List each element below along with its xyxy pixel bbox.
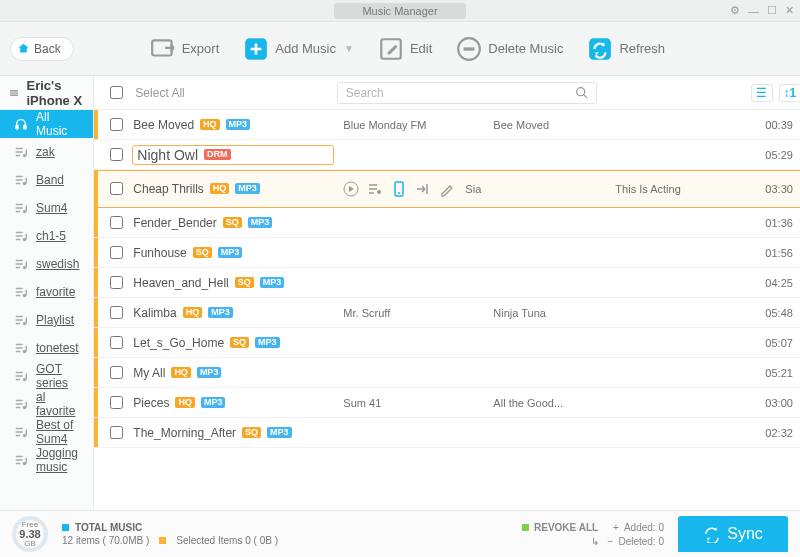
track-row[interactable]: Bee Moved HQ MP3Blue Monday FMBee Moved0… xyxy=(94,110,800,140)
settings-icon[interactable]: ⚙ xyxy=(730,4,740,17)
track-artist: Sum 41 xyxy=(343,397,483,409)
row-checkbox[interactable] xyxy=(110,118,123,131)
sidebar-item-label: All Music xyxy=(36,110,79,138)
maximize-icon[interactable]: ☐ xyxy=(767,4,777,17)
search-icon xyxy=(575,86,588,99)
sync-button[interactable]: Sync xyxy=(678,516,788,552)
sort-button[interactable]: ↕1 xyxy=(779,84,800,102)
track-row[interactable]: Cheap Thrills HQ MP3SiaThis Is Acting03:… xyxy=(94,170,800,208)
add-label: Add Music xyxy=(275,41,336,56)
playlist-icon xyxy=(14,257,28,271)
row-checkbox[interactable] xyxy=(110,336,123,349)
sidebar-item-got-series[interactable]: GOT series xyxy=(0,362,93,390)
queue-icon[interactable] xyxy=(367,181,383,197)
search-input[interactable]: Search xyxy=(337,82,597,104)
svg-point-24 xyxy=(398,192,400,194)
row-checkbox[interactable] xyxy=(110,426,123,439)
track-duration: 05:29 xyxy=(765,149,793,161)
sidebar-item-band[interactable]: Band xyxy=(0,166,93,194)
headphones-icon xyxy=(14,117,28,131)
play-icon[interactable] xyxy=(343,181,359,197)
row-checkbox[interactable] xyxy=(110,276,123,289)
sidebar-item-playlist[interactable]: Playlist xyxy=(0,306,93,334)
added-count: Added: 0 xyxy=(624,522,664,533)
track-title: Bee Moved HQ MP3 xyxy=(133,118,333,132)
close-icon[interactable]: ✕ xyxy=(785,4,794,17)
track-artist: Blue Monday FM xyxy=(343,119,483,131)
add-music-button[interactable]: Add Music ▼ xyxy=(243,36,354,62)
minimize-icon[interactable]: — xyxy=(748,5,759,17)
sidebar-item-label: Best of Sum4 xyxy=(36,418,79,446)
import-icon[interactable] xyxy=(415,181,431,197)
chevron-down-icon: ▼ xyxy=(344,43,354,54)
playlist-icon xyxy=(14,173,28,187)
track-row[interactable]: My All HQ MP305:21 xyxy=(94,358,800,388)
add-icon xyxy=(243,36,269,62)
sidebar-item-all-music[interactable]: All Music xyxy=(0,110,93,138)
select-all-checkbox[interactable] xyxy=(110,86,123,99)
row-checkbox[interactable] xyxy=(110,246,123,259)
sidebar-item-jogging-music[interactable]: Jogging music xyxy=(0,446,93,474)
track-row[interactable]: The_Morning_After SQ MP302:32 xyxy=(94,418,800,448)
row-checkbox[interactable] xyxy=(110,306,123,319)
sq-badge: SQ xyxy=(193,247,212,258)
list-view-button[interactable]: ☰ xyxy=(751,84,773,102)
track-title: Night Owl DRM xyxy=(133,146,333,164)
track-duration: 02:32 xyxy=(765,427,793,439)
track-row[interactable]: Kalimba HQ MP3Mr. ScruffNinja Tuna05:48 xyxy=(94,298,800,328)
row-checkbox[interactable] xyxy=(110,216,123,229)
deleted-count: Deleted: 0 xyxy=(618,536,664,547)
track-artist: Sia xyxy=(465,183,605,195)
content-header: Select All Search ☰ ↕1 ◉ xyxy=(94,76,800,110)
playlist-icon xyxy=(14,425,28,439)
svg-rect-4 xyxy=(464,47,475,50)
mp3-badge: MP3 xyxy=(201,397,226,408)
track-row[interactable]: Night Owl DRM05:29 xyxy=(94,140,800,170)
sidebar-item-label: swedish xyxy=(36,257,79,271)
mp3-badge: MP3 xyxy=(248,217,273,228)
row-checkbox[interactable] xyxy=(110,148,123,161)
edit-button[interactable]: Edit xyxy=(378,36,432,62)
sidebar-item-favorite[interactable]: favorite xyxy=(0,278,93,306)
refresh-button[interactable]: Refresh xyxy=(587,36,665,62)
device-icon[interactable] xyxy=(391,181,407,197)
search-placeholder: Search xyxy=(346,86,384,100)
device-header[interactable]: Eric's iPhone X xyxy=(0,76,93,110)
track-duration: 03:00 xyxy=(765,397,793,409)
svg-point-22 xyxy=(377,190,381,194)
track-row[interactable]: Fender_Bender SQ MP301:36 xyxy=(94,208,800,238)
sidebar-item-sum4[interactable]: Sum4 xyxy=(0,194,93,222)
disk-free-value: 9.38 xyxy=(19,529,40,540)
svg-rect-6 xyxy=(16,125,19,129)
revoke-all-label[interactable]: REVOKE ALL xyxy=(534,522,598,533)
dot-icon xyxy=(62,524,69,531)
track-duration: 03:30 xyxy=(765,183,793,195)
row-checkbox[interactable] xyxy=(110,182,123,195)
track-row[interactable]: Funhouse SQ MP301:56 xyxy=(94,238,800,268)
track-row[interactable]: Heaven_and_Hell SQ MP304:25 xyxy=(94,268,800,298)
export-button[interactable]: Export xyxy=(150,36,220,62)
hq-badge: HQ xyxy=(171,367,191,378)
home-icon xyxy=(17,42,30,55)
row-checkbox[interactable] xyxy=(110,396,123,409)
track-title: Kalimba HQ MP3 xyxy=(133,306,333,320)
sidebar-item-tonetest[interactable]: tonetest xyxy=(0,334,93,362)
track-row[interactable]: Let_s_Go_Home SQ MP305:07 xyxy=(94,328,800,358)
sidebar-item-label: Jogging music xyxy=(36,446,79,474)
sidebar-item-best-of-sum4[interactable]: Best of Sum4 xyxy=(0,418,93,446)
refresh-icon xyxy=(587,36,613,62)
track-row[interactable]: Pieces HQ MP3Sum 41All the Good...03:00 xyxy=(94,388,800,418)
track-title: My All HQ MP3 xyxy=(133,366,333,380)
sidebar-item-swedish[interactable]: swedish xyxy=(0,250,93,278)
select-all-label: Select All xyxy=(135,86,184,100)
sidebar-item-al-favorite[interactable]: al favorite xyxy=(0,390,93,418)
svg-rect-5 xyxy=(590,38,612,60)
delete-music-button[interactable]: Delete Music xyxy=(456,36,563,62)
back-button[interactable]: Back xyxy=(10,37,74,61)
playlist-icon xyxy=(14,397,28,411)
sidebar-item-zak[interactable]: zak xyxy=(0,138,93,166)
row-checkbox[interactable] xyxy=(110,366,123,379)
sidebar-item-ch1-5[interactable]: ch1-5 xyxy=(0,222,93,250)
track-title: Pieces HQ MP3 xyxy=(133,396,333,410)
edit-row-icon[interactable] xyxy=(439,181,455,197)
